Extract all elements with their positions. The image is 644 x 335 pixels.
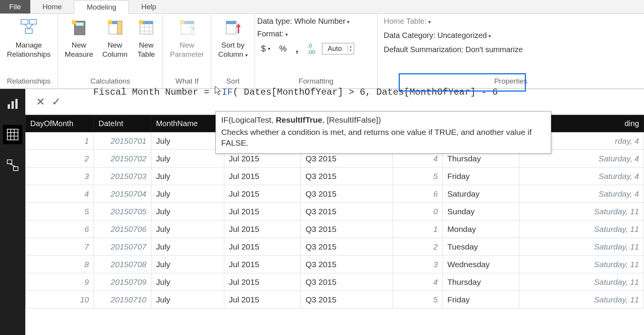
commit-formula-button[interactable]: ✓	[52, 95, 61, 108]
spinner-up-icon[interactable]: ▲	[348, 45, 354, 49]
model-view-button[interactable]	[3, 156, 22, 175]
cell[interactable]: Tuesday	[443, 238, 519, 256]
cell[interactable]: Thursday	[443, 273, 519, 291]
cell[interactable]: 7	[26, 238, 94, 256]
cell[interactable]: 3	[393, 256, 443, 273]
decimal-places-spinner[interactable]: Auto ▲▼	[322, 43, 354, 54]
data-view-button[interactable]	[3, 125, 22, 144]
cell[interactable]: Saturday, 11	[519, 256, 644, 273]
cell[interactable]: 9	[26, 273, 94, 291]
cell[interactable]: Jul 2015	[224, 203, 301, 220]
cell[interactable]: Q3 2015	[301, 291, 393, 309]
cell[interactable]: 20150705	[94, 203, 151, 220]
cell[interactable]: Q3 2015	[301, 168, 393, 185]
cell[interactable]: Jul 2015	[224, 273, 301, 291]
cell[interactable]: Jul 2015	[224, 185, 301, 203]
cell[interactable]: Q3 2015	[301, 273, 393, 291]
tab-home[interactable]: Home	[30, 0, 74, 13]
cell[interactable]: July	[151, 132, 224, 150]
comma-button[interactable]: ,	[296, 43, 298, 55]
col-header-dayofmonth[interactable]: DayOfMonth	[26, 115, 94, 132]
percent-button[interactable]: %	[279, 44, 287, 54]
cell[interactable]: July	[151, 220, 224, 238]
default-summarization-dropdown[interactable]: Default Summarization: Don't summarize	[384, 44, 523, 55]
cell[interactable]: 2	[393, 238, 443, 256]
col-header-dateint[interactable]: DateInt	[94, 115, 151, 132]
cell[interactable]: July	[151, 168, 224, 185]
cell[interactable]: July	[151, 256, 224, 273]
cell[interactable]: Q3 2015	[301, 220, 393, 238]
cell[interactable]: Jul 2015	[224, 291, 301, 309]
cell[interactable]: July	[151, 150, 224, 168]
cancel-formula-button[interactable]: ✕	[36, 95, 45, 108]
data-category-dropdown[interactable]: Data Category: Uncategorized	[384, 30, 491, 41]
cell[interactable]: Saturday, 11	[519, 220, 644, 238]
table-row[interactable]: 720150707JulyJul 2015Q3 20152TuesdaySatu…	[26, 238, 644, 256]
cell[interactable]: Jul 2015	[224, 220, 301, 238]
cell[interactable]: 0	[393, 203, 443, 220]
cell[interactable]: 20150706	[94, 220, 151, 238]
cell[interactable]: Q3 2015	[301, 185, 393, 203]
currency-button[interactable]: $	[261, 44, 266, 54]
cell[interactable]: Wednesday	[443, 256, 519, 273]
cell[interactable]: 8	[26, 256, 94, 273]
cell[interactable]: 4	[393, 273, 443, 291]
home-table-dropdown[interactable]: Home Table:	[384, 16, 431, 26]
col-header-monthname[interactable]: MonthName	[151, 115, 224, 132]
tab-modeling[interactable]: Modeling	[74, 0, 129, 14]
cell[interactable]: July	[151, 203, 224, 220]
table-row[interactable]: 320150703JulyJul 2015Q3 20155FridaySatur…	[26, 168, 644, 185]
cell[interactable]: 1	[393, 220, 443, 238]
cell[interactable]: Saturday, 11	[519, 238, 644, 256]
cell[interactable]: 20150702	[94, 150, 151, 168]
cell[interactable]: 20150701	[94, 132, 151, 150]
cell[interactable]: 20150704	[94, 185, 151, 203]
new-column-button[interactable]: New Column	[98, 16, 132, 59]
format-dropdown[interactable]: Format:	[257, 29, 288, 39]
cell[interactable]: 3	[26, 168, 94, 185]
cell[interactable]: Q3 2015	[301, 203, 393, 220]
cell[interactable]: 20150709	[94, 273, 151, 291]
cell[interactable]: Sunday	[443, 203, 519, 220]
cell[interactable]: Saturday, 4	[519, 168, 644, 185]
cell[interactable]: Jul 2015	[224, 256, 301, 273]
cell[interactable]: 6	[26, 220, 94, 238]
new-table-button[interactable]: New Table	[132, 16, 160, 59]
cell[interactable]: 4	[26, 185, 94, 203]
cell[interactable]: Jul 2015	[224, 168, 301, 185]
cell[interactable]: Saturday, 11	[519, 291, 644, 309]
cell[interactable]: 5	[393, 291, 443, 309]
cell[interactable]: July	[151, 238, 224, 256]
cell[interactable]: 6	[393, 185, 443, 203]
cell[interactable]: Friday	[443, 291, 519, 309]
report-view-button[interactable]	[3, 94, 22, 113]
table-row[interactable]: 620150706JulyJul 2015Q3 20151MondaySatur…	[26, 220, 644, 238]
cell[interactable]: July	[151, 185, 224, 203]
cell[interactable]: 2	[26, 150, 94, 168]
cell[interactable]: July	[151, 273, 224, 291]
cell[interactable]: Friday	[443, 168, 519, 185]
cell[interactable]: 5	[26, 203, 94, 220]
cell[interactable]: 5	[393, 168, 443, 185]
spinner-down-icon[interactable]: ▼	[348, 49, 354, 53]
cell[interactable]: Monday	[443, 220, 519, 238]
cell[interactable]: 20150708	[94, 256, 151, 273]
cell[interactable]: 1	[26, 132, 94, 150]
table-row[interactable]: 520150705JulyJul 2015Q3 20150SundaySatur…	[26, 203, 644, 220]
tab-help[interactable]: Help	[129, 0, 168, 13]
cell[interactable]: Q3 2015	[301, 256, 393, 273]
sort-by-column-button[interactable]: Sort by Column ▾	[214, 16, 252, 59]
cell[interactable]: 20150707	[94, 238, 151, 256]
cell[interactable]: Saturday	[443, 185, 519, 203]
tab-file[interactable]: File	[0, 0, 30, 13]
cell[interactable]: Saturday, 11	[519, 203, 644, 220]
cell[interactable]: Saturday, 4	[519, 185, 644, 203]
cell[interactable]: 20150710	[94, 291, 151, 309]
decimals-icon[interactable]: .0.00	[307, 42, 315, 55]
cell[interactable]: 20150703	[94, 168, 151, 185]
manage-relationships-button[interactable]: Manage Relationships	[2, 16, 55, 59]
cell[interactable]: Q3 2015	[301, 238, 393, 256]
cell[interactable]: Jul 2015	[224, 238, 301, 256]
table-row[interactable]: 420150704JulyJul 2015Q3 20156SaturdaySat…	[26, 185, 644, 203]
table-row[interactable]: 920150709JulyJul 2015Q3 20154ThursdaySat…	[26, 273, 644, 291]
